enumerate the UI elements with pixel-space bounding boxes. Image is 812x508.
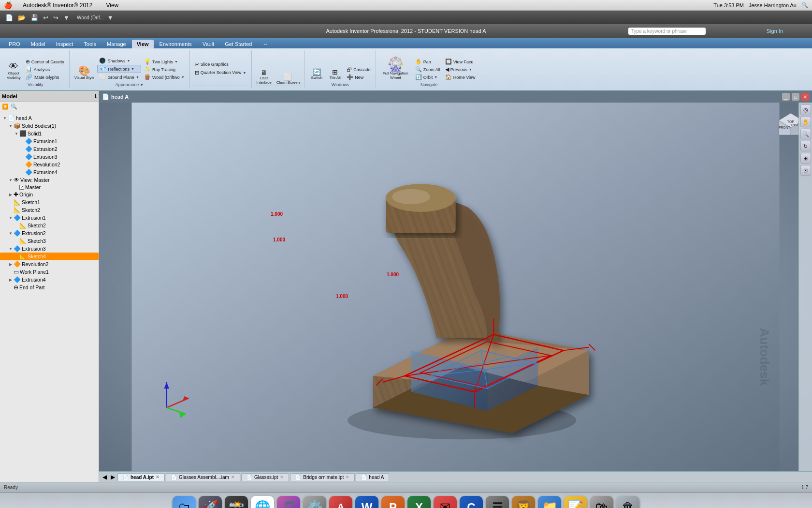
tree-sketch1[interactable]: 📐 Sketch1 bbox=[0, 198, 99, 206]
qa-open[interactable]: 📂 bbox=[16, 13, 27, 22]
tree-view-master[interactable]: ▼ 👁 View: Master bbox=[0, 176, 99, 184]
dock-launchpad[interactable]: 🚀 bbox=[199, 496, 222, 508]
center-of-gravity-button[interactable]: ⊕ Center of Gravity bbox=[24, 58, 66, 65]
two-lights-button[interactable]: 💡 Two Lights ▼ bbox=[142, 58, 187, 65]
vp-tab-head-a-ipt[interactable]: 📄 head A.ipt ✕ bbox=[117, 473, 165, 481]
zoom-all-button[interactable]: 🔍 Zoom All bbox=[413, 66, 442, 73]
tab-vault[interactable]: Vault bbox=[198, 40, 219, 48]
tree-extrusion4-sub[interactable]: 🔷 Extrusion4 bbox=[0, 168, 99, 176]
dock-itunes[interactable]: 🎵 bbox=[277, 496, 300, 508]
tree-extrusion3-sub[interactable]: 🔷 Extrusion3 bbox=[0, 153, 99, 161]
pan-button[interactable]: ✋ Pan bbox=[413, 58, 442, 65]
quarter-section-button[interactable]: ⊞ Quarter Section View ▼ bbox=[193, 69, 248, 76]
dock-system-prefs[interactable]: ⚙️ bbox=[303, 496, 326, 508]
qa-new[interactable]: 📄 bbox=[4, 13, 14, 22]
tab-close-button[interactable]: ✕ bbox=[156, 475, 160, 479]
master-checkbox[interactable]: ✓ bbox=[19, 185, 24, 190]
tree-master[interactable]: ✓ Master bbox=[0, 184, 99, 191]
dock-notes[interactable]: 📝 bbox=[564, 496, 587, 508]
qa-undo[interactable]: ↩ bbox=[42, 13, 50, 22]
dock-finder2[interactable]: 📁 bbox=[538, 496, 561, 508]
object-visibility-button[interactable]: 👁 ObjectVisibility bbox=[5, 60, 23, 81]
dock-pages[interactable]: P bbox=[381, 496, 405, 508]
switch-button[interactable]: 🔄 Switch bbox=[308, 68, 325, 81]
tab-extra[interactable]: ↔ bbox=[258, 40, 273, 48]
tree-sketch3[interactable]: 📐 Sketch3 bbox=[0, 237, 99, 245]
tab-nav-prev[interactable]: ◀ bbox=[101, 474, 108, 480]
qa-redo[interactable]: ↪ bbox=[52, 13, 60, 22]
tab-model[interactable]: Model bbox=[26, 40, 50, 48]
zoom-nav-button[interactable]: 🔍 bbox=[800, 129, 811, 139]
new-window-button[interactable]: ➕ New bbox=[345, 74, 373, 81]
tree-sketch2-top[interactable]: 📐 Sketch2 bbox=[0, 206, 99, 214]
vp-tab-glasses-iam[interactable]: 📄 Glasses Assembl....iam ✕ bbox=[166, 473, 240, 481]
minimize-button[interactable]: _ bbox=[782, 93, 790, 101]
tree-extrusion1-sub[interactable]: 🔷 Extrusion1 bbox=[0, 137, 99, 145]
tree-revolution2[interactable]: ▶ 🔶 Revolution2 bbox=[0, 260, 99, 268]
tree-origin[interactable]: ▶ ✚ Origin bbox=[0, 191, 99, 198]
tab-close-button[interactable]: ✕ bbox=[231, 475, 235, 479]
imate-glyphs-button[interactable]: 🔗 iMate Glyphs bbox=[24, 74, 66, 81]
material-button[interactable]: 🪵 Wood (Driftwo ▼ bbox=[142, 74, 187, 81]
orbit-button[interactable]: 🔃 Orbit ▼ bbox=[413, 74, 442, 81]
common-view-button[interactable]: ⊞ bbox=[800, 153, 811, 164]
tab-close-button[interactable]: ✕ bbox=[346, 475, 349, 479]
previous-button[interactable]: ◀ Previous ▼ bbox=[443, 66, 478, 73]
vp-tab-head-a[interactable]: 📄 head A bbox=[356, 473, 389, 481]
dock-autodesk[interactable]: A bbox=[329, 496, 352, 508]
tree-extrusion2[interactable]: ▼ 🔷 Extrusion2 bbox=[0, 229, 99, 237]
fit-button[interactable]: ⊡ bbox=[800, 165, 811, 176]
tile-all-button[interactable]: ⊞ Tile All bbox=[326, 68, 344, 81]
dock-excel[interactable]: X bbox=[407, 496, 431, 508]
tree-work-plane1[interactable]: ▭ Work Plane1 bbox=[0, 268, 99, 276]
tab-close-button[interactable]: ✕ bbox=[280, 475, 284, 479]
qa-more[interactable]: ▼ bbox=[62, 13, 71, 22]
tree-extrusion4[interactable]: ▶ 🔷 Extrusion4 bbox=[0, 276, 99, 284]
dock-safari-alt[interactable]: 🦁 bbox=[512, 496, 535, 508]
vp-tab-bridge[interactable]: 📄 Bridge ornimate.ipt ✕ bbox=[290, 473, 355, 481]
dock-app-bars[interactable]: ☰ bbox=[486, 496, 509, 508]
maximize-button[interactable]: □ bbox=[792, 93, 799, 101]
tree-end-of-part[interactable]: ⊖ End of Part bbox=[0, 284, 99, 291]
shadows-button[interactable]: 🌑 Shadows ▼ bbox=[97, 57, 141, 64]
sidebar-info-btn[interactable]: ℹ bbox=[95, 93, 97, 99]
tab-pro[interactable]: PRO bbox=[4, 40, 25, 48]
model-search-icon[interactable]: 🔍 bbox=[11, 104, 17, 110]
tree-extrusion1[interactable]: ▼ 🔷 Extrusion1 bbox=[0, 214, 99, 222]
view-face-button[interactable]: 🔲 View Face bbox=[443, 58, 478, 65]
dock-chrome[interactable]: 🌐 bbox=[251, 496, 274, 508]
tab-inspect[interactable]: Inspect bbox=[51, 40, 78, 48]
user-interface-button[interactable]: 🖥 UserInterface bbox=[255, 68, 274, 86]
tab-get-started[interactable]: Get Started bbox=[220, 40, 257, 48]
viewport-3d[interactable]: Autodesk bbox=[99, 103, 812, 471]
pan-nav-button[interactable]: ✋ bbox=[800, 117, 811, 127]
apple-menu[interactable]: 🍎 bbox=[4, 1, 12, 9]
home-view-button[interactable]: 🏠 Home View bbox=[443, 74, 478, 81]
tree-revolution2-sub[interactable]: 🔶 Revolution2 bbox=[0, 161, 99, 168]
app-name-menu[interactable]: Autodesk® Inventor® 2012 bbox=[20, 1, 95, 10]
search-icon[interactable]: 🔍 bbox=[801, 2, 808, 8]
dock-trash[interactable]: 🗑 bbox=[616, 496, 639, 508]
dock-word[interactable]: W bbox=[355, 496, 378, 508]
orbit-nav-button[interactable]: ↻ bbox=[800, 141, 811, 151]
search-box[interactable]: Type a keyword or phrase bbox=[628, 28, 706, 35]
clean-screen-button[interactable]: ⬜ Clean Screen bbox=[275, 73, 302, 86]
tab-manage[interactable]: Manage bbox=[102, 40, 131, 48]
tree-head-a[interactable]: ▼ 📄 head A bbox=[0, 114, 99, 122]
dock-app-c[interactable]: C bbox=[460, 496, 483, 508]
slice-graphics-button[interactable]: ✂ Slice Graphics bbox=[193, 61, 231, 68]
ray-tracing-button[interactable]: ✨ Ray Tracing bbox=[142, 66, 187, 73]
close-button[interactable]: ✕ bbox=[801, 93, 809, 101]
full-nav-wheel-button[interactable]: 🎡 Full NavigationWheel bbox=[381, 57, 410, 81]
visual-style-button[interactable]: 🎨 Visual Style bbox=[72, 65, 97, 81]
tree-solid1[interactable]: ▼ ⬛ Solid1 bbox=[0, 130, 99, 137]
dock-mail[interactable]: ✉ bbox=[434, 496, 457, 508]
filter-icon[interactable]: 🔽 bbox=[2, 104, 9, 110]
tab-tools[interactable]: Tools bbox=[79, 40, 101, 48]
reflections-button[interactable]: 💎 Reflections ▼ bbox=[97, 65, 141, 73]
ground-plane-button[interactable]: ⬜ Ground Plane ▼ bbox=[97, 74, 141, 81]
dock-photo-booth[interactable]: 📸 bbox=[225, 496, 248, 508]
view-menu[interactable]: View bbox=[103, 1, 121, 10]
material-dropdown[interactable]: ▼ bbox=[106, 13, 115, 22]
tab-view[interactable]: View bbox=[132, 40, 154, 48]
